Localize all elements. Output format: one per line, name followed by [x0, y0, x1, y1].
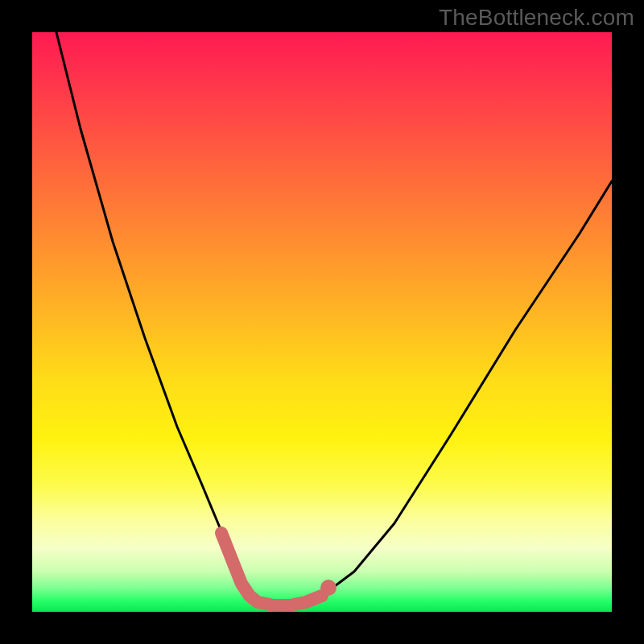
watermark-text: TheBottleneck.com	[439, 5, 634, 31]
highlight-marker-icon	[320, 580, 336, 596]
bottleneck-curve	[56, 32, 612, 605]
curve-svg	[32, 32, 612, 612]
chart-frame: TheBottleneck.com	[0, 0, 644, 644]
optimal-range-highlight	[221, 533, 322, 605]
plot-gradient-background	[32, 32, 612, 612]
